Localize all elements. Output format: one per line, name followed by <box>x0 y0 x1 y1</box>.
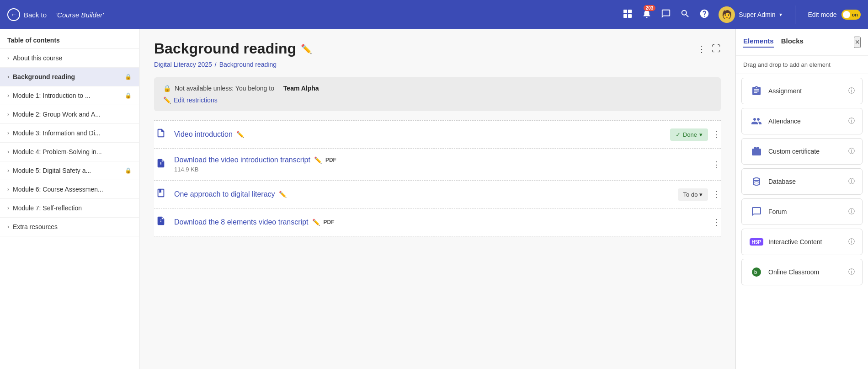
tab-elements-label: Elements <box>743 37 774 45</box>
edit-pencil-icon[interactable]: ✏️ <box>279 191 287 198</box>
activity-link[interactable]: Download the 8 elements video transcript… <box>174 218 706 226</box>
activity-link[interactable]: Video introduction ✏️ <box>174 130 664 139</box>
sidebar-item-label: Module 2: Group Work and A... <box>13 111 101 118</box>
element-card-attendance[interactable]: Attendance ⓘ <box>741 108 863 134</box>
edit-pencil-icon[interactable]: ✏️ <box>236 131 244 138</box>
top-navigation: ← Back to 'Course Builder' 203 <box>0 0 868 29</box>
sidebar-item-module1[interactable]: › Module 1: Introduction to ... 🔒 <box>0 86 139 105</box>
tab-blocks[interactable]: Blocks <box>781 37 804 48</box>
help-icon[interactable] <box>699 9 709 21</box>
element-name: Interactive Content <box>768 238 822 246</box>
title-edit-icon[interactable]: ✏️ <box>301 43 312 54</box>
svg-text:b: b <box>754 270 757 275</box>
element-left: b Online Classroom <box>749 265 819 279</box>
info-icon[interactable]: ⓘ <box>848 117 855 125</box>
pdf-badge: PDF <box>325 157 336 163</box>
avatar: 🧑 <box>719 6 735 23</box>
element-card-interactive[interactable]: H5P Interactive Content ⓘ <box>741 229 863 255</box>
element-card-database[interactable]: Database ⓘ <box>741 168 863 195</box>
close-panel-button[interactable]: × <box>854 37 861 48</box>
tab-elements[interactable]: Elements <box>743 37 774 48</box>
expand-icon[interactable]: ⛶ <box>712 43 721 54</box>
chevron-icon: › <box>7 92 9 99</box>
sidebar-item-label: Background reading <box>13 73 75 80</box>
attendance-icon <box>749 114 764 128</box>
panel-subtitle: Drag and drop to add an element <box>736 56 868 74</box>
notifications-icon[interactable]: 203 <box>642 9 652 21</box>
breadcrumb-course[interactable]: Digital Literacy 2025 <box>154 61 212 68</box>
edit-restrictions-button[interactable]: ✏️ Edit restrictions <box>163 96 218 104</box>
sidebar-item-module7[interactable]: › Module 7: Self-reflection <box>0 199 139 218</box>
back-label: Back to <box>24 11 47 19</box>
edit-pencil-icon[interactable]: ✏️ <box>314 156 322 164</box>
todo-label: To do <box>683 191 698 198</box>
main-layout: Table of contents › About this course › … <box>0 29 868 369</box>
svg-rect-2 <box>623 14 627 18</box>
activity-link[interactable]: Download the video introduction transcri… <box>174 156 706 164</box>
sidebar-item-module3[interactable]: › Module 3: Information and Di... <box>0 124 139 143</box>
chevron-icon: › <box>7 130 9 136</box>
info-icon[interactable]: ⓘ <box>848 208 855 216</box>
info-icon[interactable]: ⓘ <box>848 177 855 186</box>
sidebar-item-module2[interactable]: › Module 2: Group Work and A... <box>0 105 139 124</box>
toggle-circle <box>843 11 850 18</box>
edit-restrictions-label: Edit restrictions <box>174 96 218 104</box>
edit-pencil-icon[interactable]: ✏️ <box>312 219 320 226</box>
edit-mode-toggle[interactable]: on <box>841 10 861 20</box>
search-icon[interactable] <box>680 9 690 21</box>
activity-item: Video introduction ✏️ ✓ Done ▾ ⋮ <box>154 120 721 149</box>
info-icon[interactable]: ⓘ <box>848 147 855 155</box>
grid-icon[interactable] <box>623 9 633 21</box>
chevron-down-icon: ▾ <box>699 131 703 138</box>
done-button[interactable]: ✓ Done ▾ <box>670 128 708 141</box>
info-icon[interactable]: ⓘ <box>848 268 855 276</box>
element-card-online-classroom[interactable]: b Online Classroom ⓘ <box>741 259 863 285</box>
hp-badge: H5P <box>750 238 763 246</box>
more-options-icon[interactable]: ⋮ <box>713 160 721 170</box>
element-card-custom-cert[interactable]: Custom certificate ⓘ <box>741 138 863 165</box>
sidebar-item-extra[interactable]: › Extra resources <box>0 218 139 236</box>
activity-item: Download the 8 elements video transcript… <box>154 209 721 236</box>
element-name: Assignment <box>768 87 802 95</box>
chevron-icon: › <box>7 224 9 230</box>
panel-header: Elements Blocks × <box>736 29 868 56</box>
restriction-box: 🔒 Not available unless: You belong to Te… <box>154 77 721 111</box>
sidebar-item-label: Module 7: Self-reflection <box>13 204 82 212</box>
sidebar-item-module4[interactable]: › Module 4: Problem-Solving in... <box>0 143 139 161</box>
info-icon[interactable]: ⓘ <box>848 238 855 246</box>
chat-icon[interactable] <box>661 9 671 21</box>
pdf-icon <box>154 158 168 171</box>
restriction-group: Team Alpha <box>283 85 319 92</box>
sidebar-item-label: Module 4: Problem-Solving in... <box>13 148 102 155</box>
activity-label: Video introduction <box>174 130 233 139</box>
todo-button[interactable]: To do ▾ <box>678 188 708 201</box>
nav-divider <box>795 5 795 24</box>
breadcrumb-current[interactable]: Background reading <box>219 61 277 68</box>
element-name: Forum <box>768 208 787 215</box>
back-link[interactable]: ← Back to 'Course Builder' <box>7 8 623 21</box>
lock-icon: 🔒 <box>125 74 132 80</box>
activity-actions: ✓ Done ▾ ⋮ <box>670 128 721 141</box>
sidebar-item-about[interactable]: › About this course <box>0 49 139 68</box>
sidebar-item-module5[interactable]: › Module 5: Digital Safety a... 🔒 <box>0 161 139 180</box>
page-title: Background reading ✏️ <box>154 40 312 57</box>
element-name: Attendance <box>768 118 801 125</box>
element-card-assignment[interactable]: Assignment ⓘ <box>741 78 863 104</box>
sidebar-item-background[interactable]: › Background reading 🔒 <box>0 68 139 86</box>
element-left: H5P Interactive Content <box>749 235 822 249</box>
sidebar-item-label: Module 5: Digital Safety a... <box>13 167 91 174</box>
info-icon[interactable]: ⓘ <box>848 87 855 95</box>
element-card-forum[interactable]: Forum ⓘ <box>741 198 863 225</box>
sidebar-item-label: About this course <box>13 54 62 62</box>
restriction-text: 🔒 Not available unless: You belong to Te… <box>163 85 712 92</box>
more-options-icon[interactable]: ⋮ <box>713 189 721 199</box>
more-options-icon[interactable]: ⋮ <box>713 217 721 227</box>
more-options-icon[interactable]: ⋮ <box>697 43 706 54</box>
more-options-icon[interactable]: ⋮ <box>713 129 721 139</box>
activity-link[interactable]: One approach to digital literacy ✏️ <box>174 190 671 198</box>
chevron-icon: › <box>7 55 9 61</box>
lock-icon: 🔒 <box>163 85 171 92</box>
tab-blocks-label: Blocks <box>781 37 804 45</box>
sidebar-item-module6[interactable]: › Module 6: Course Assessmen... <box>0 180 139 199</box>
user-menu[interactable]: 🧑 Super Admin ▾ <box>719 6 782 23</box>
